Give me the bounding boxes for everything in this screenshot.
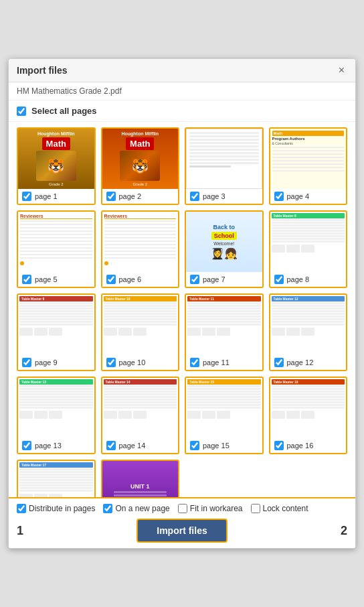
page-footer: page 5 xyxy=(18,272,94,287)
page-thumbnail: Table Master 12 xyxy=(270,295,347,355)
footer-option-distribute: Distribute in pages xyxy=(17,504,95,513)
page-label: page 8 xyxy=(287,275,310,283)
page-thumbnail: Table Master 15 xyxy=(186,378,262,438)
pages-grid: Houghton Mifflin Math 🐯 Grade 2 page 1 H… xyxy=(17,127,347,497)
page-checkbox[interactable] xyxy=(22,441,31,450)
footer-right-number: 2 xyxy=(341,524,347,538)
select-all-checkbox[interactable] xyxy=(17,107,26,116)
page-item: Table Master 12 page 12 xyxy=(269,293,348,371)
page-label: page 4 xyxy=(287,192,310,200)
page-thumbnail: Table Master 9 xyxy=(18,295,94,355)
page-footer: page 8 xyxy=(270,272,347,287)
lockcontent-label[interactable]: Lock content xyxy=(263,504,308,513)
page-item: Houghton Mifflin Math 🐯 Grade 2 page 2 xyxy=(101,127,180,205)
page-footer: page 13 xyxy=(18,438,94,453)
page-checkbox[interactable] xyxy=(274,192,284,201)
page-footer: page 2 xyxy=(102,189,179,204)
page-label: page 7 xyxy=(203,275,225,283)
page-footer: page 6 xyxy=(102,272,179,287)
page-checkbox[interactable] xyxy=(106,358,116,367)
distribute-checkbox[interactable] xyxy=(17,504,26,513)
page-label: page 10 xyxy=(119,358,146,366)
page-checkbox[interactable] xyxy=(274,441,284,450)
page-checkbox[interactable] xyxy=(190,275,199,284)
page-thumbnail: Table Master 10 xyxy=(102,295,179,355)
page-item: Table Master 14 page 14 xyxy=(101,377,180,454)
page-label: page 2 xyxy=(119,192,142,200)
page-item: Back to School Welcome! 👩‍🎓👧 page 7 xyxy=(185,210,264,288)
page-label: page 11 xyxy=(203,358,230,366)
footer-option-newpage: On a new page xyxy=(103,504,169,513)
page-item: Table Master 16 page 16 xyxy=(269,377,348,454)
page-label: page 12 xyxy=(287,358,314,366)
page-checkbox[interactable] xyxy=(22,358,31,367)
dialog-subtitle: HM Mathematics Grade 2.pdf xyxy=(9,82,355,100)
page-thumbnail: Table Master 17 xyxy=(18,461,94,497)
page-label: page 15 xyxy=(203,442,230,450)
newpage-checkbox[interactable] xyxy=(103,504,112,513)
page-item: Math Program Authors & Consultants page … xyxy=(269,127,348,205)
page-checkbox[interactable] xyxy=(190,192,199,201)
page-checkbox[interactable] xyxy=(274,275,284,284)
footer-options: Distribute in pagesOn a new pageFit in w… xyxy=(17,504,347,513)
page-checkbox[interactable] xyxy=(106,275,116,284)
page-item: Table Master 10 page 10 xyxy=(101,293,180,371)
page-footer: page 3 xyxy=(186,189,262,204)
page-item: Reviewers page 6 xyxy=(101,210,180,288)
page-item: Table Master 11 page 11 xyxy=(185,293,264,371)
page-label: page 6 xyxy=(119,275,142,283)
page-checkbox[interactable] xyxy=(22,192,31,201)
page-footer: page 15 xyxy=(186,438,262,453)
dialog-footer: Distribute in pagesOn a new pageFit in w… xyxy=(9,497,355,548)
page-item: Houghton Mifflin Math 🐯 Grade 2 page 1 xyxy=(17,127,96,205)
page-item: Table Master 13 page 13 xyxy=(17,377,96,454)
dialog-title: Import files xyxy=(17,65,67,76)
page-thumbnail: Table Master 16 xyxy=(270,378,347,438)
page-item: Table Master 9 page 9 xyxy=(17,293,96,371)
footer-action-row: 1 Import files 2 xyxy=(17,519,347,543)
page-checkbox[interactable] xyxy=(22,275,31,284)
page-item: Table Master 8 page 8 xyxy=(269,210,348,288)
footer-option-fitwork: Fit in workarea xyxy=(178,504,243,513)
page-thumbnail: Houghton Mifflin Math 🐯 Grade 2 xyxy=(102,129,179,189)
close-button[interactable]: × xyxy=(336,64,347,76)
page-checkbox[interactable] xyxy=(106,192,116,201)
page-thumbnail: Table Master 14 xyxy=(102,378,179,438)
distribute-label[interactable]: Distribute in pages xyxy=(29,504,95,513)
footer-option-lockcontent: Lock content xyxy=(251,504,308,513)
fitwork-label[interactable]: Fit in workarea xyxy=(190,504,243,513)
import-files-dialog: Import files × HM Mathematics Grade 2.pd… xyxy=(8,58,356,549)
page-label: page 5 xyxy=(35,275,58,283)
page-thumbnail: Table Master 11 xyxy=(186,295,262,355)
pages-grid-container: Houghton Mifflin Math 🐯 Grade 2 page 1 H… xyxy=(9,122,355,497)
page-item: UNIT 1 page 18 xyxy=(101,460,180,497)
page-checkbox[interactable] xyxy=(190,358,199,367)
newpage-label[interactable]: On a new page xyxy=(115,504,169,513)
page-footer: page 4 xyxy=(270,189,347,204)
page-item: page 3 xyxy=(185,127,264,205)
page-label: page 3 xyxy=(203,192,225,200)
page-item: Table Master 17 page 17 xyxy=(17,460,96,497)
page-checkbox[interactable] xyxy=(190,441,199,450)
page-footer: page 1 xyxy=(18,189,94,204)
page-footer: page 14 xyxy=(102,438,179,453)
page-thumbnail: Houghton Mifflin Math 🐯 Grade 2 xyxy=(18,129,94,189)
dialog-header: Import files × xyxy=(9,59,355,82)
page-footer: page 7 xyxy=(186,272,262,287)
fitwork-checkbox[interactable] xyxy=(178,504,187,513)
page-thumbnail: Back to School Welcome! 👩‍🎓👧 xyxy=(186,212,262,272)
page-thumbnail: Reviewers xyxy=(102,212,179,272)
page-thumbnail: Reviewers xyxy=(18,212,94,272)
lockcontent-checkbox[interactable] xyxy=(251,504,260,513)
footer-left-number: 1 xyxy=(17,524,23,538)
page-footer: page 12 xyxy=(270,355,347,370)
page-label: page 9 xyxy=(35,358,58,366)
page-label: page 13 xyxy=(35,442,62,450)
page-footer: page 16 xyxy=(270,438,347,453)
import-button[interactable]: Import files xyxy=(136,519,227,543)
page-label: page 14 xyxy=(119,442,146,450)
select-all-label[interactable]: Select all pages xyxy=(31,106,97,116)
page-checkbox[interactable] xyxy=(106,441,116,450)
page-checkbox[interactable] xyxy=(274,358,284,367)
page-footer: page 11 xyxy=(186,355,262,370)
